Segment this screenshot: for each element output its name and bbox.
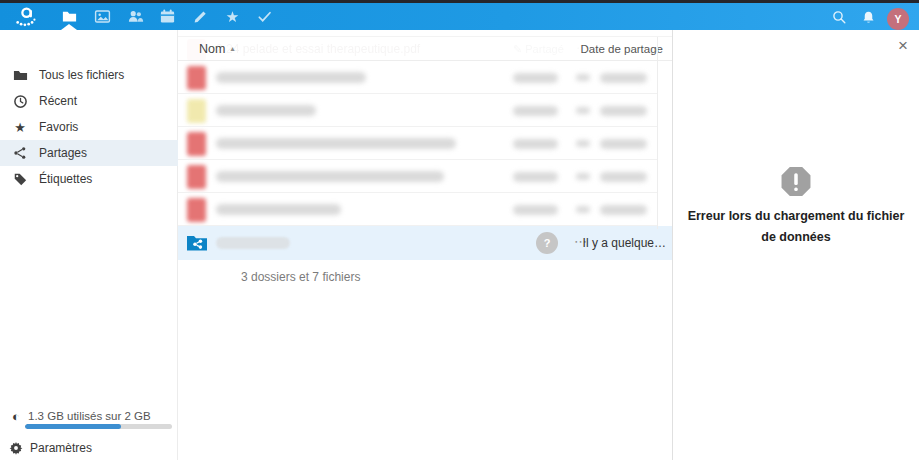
- user-avatar[interactable]: Y: [887, 8, 909, 30]
- unknown-sharee-avatar: ?: [536, 232, 558, 254]
- redacted-actions-menu-icon[interactable]: [576, 173, 590, 180]
- app-window: ★ Y Tous les fichiers: [0, 0, 919, 460]
- error-message: Erreur lors du chargement du fichier de …: [679, 206, 913, 248]
- redacted-file-name: [216, 138, 456, 149]
- redacted-file-name: [216, 237, 290, 249]
- redacted-shared-label: [513, 106, 558, 116]
- sidebar-item-all-files[interactable]: Tous les fichiers: [0, 62, 178, 88]
- sort-by-date-header[interactable]: Date de partage: [581, 43, 663, 55]
- redacted-shared-label: [513, 205, 558, 215]
- details-panel: × Erreur lors du chargement du fichier d…: [672, 30, 919, 460]
- pdf-file-icon: [187, 165, 206, 189]
- redacted-file-name: [216, 171, 444, 182]
- pdf-file-icon: [187, 66, 206, 90]
- pencil-app-icon[interactable]: [191, 7, 210, 26]
- clock-icon: [12, 93, 28, 109]
- folder-icon: [12, 67, 28, 83]
- pdf-file-icon: [187, 198, 206, 222]
- sidebar-item-shares[interactable]: Partages: [0, 140, 178, 166]
- file-list: 2 24 pelade et essai therapeutique.pdf ✎…: [178, 30, 672, 460]
- file-rows: ?⋯Il y a quelque…: [178, 61, 672, 260]
- redacted-file-name: [216, 105, 316, 116]
- redacted-shared-label: [513, 172, 558, 182]
- settings-label: Paramètres: [30, 441, 92, 455]
- sidebar-item-label: Tous les fichiers: [39, 68, 124, 82]
- sidebar: Tous les fichiers Récent ★ Favoris: [0, 30, 178, 460]
- selected-shared-folder-row[interactable]: ?⋯Il y a quelque…: [178, 226, 672, 260]
- star-icon: ★: [12, 119, 28, 135]
- quota-fill: [25, 424, 121, 429]
- share-date: Il y a quelque…: [583, 236, 666, 250]
- gear-icon: [8, 440, 24, 456]
- check-app-icon[interactable]: [255, 7, 274, 26]
- sidebar-item-label: Étiquettes: [39, 172, 92, 186]
- sidebar-item-tags[interactable]: Étiquettes: [0, 166, 178, 192]
- quota-label: 1.3 GB utilisés sur 2 GB: [28, 410, 151, 422]
- table-row[interactable]: [178, 61, 672, 94]
- app-logo-icon[interactable]: [13, 5, 40, 29]
- list-header: Nom ▴ Date de partage: [178, 36, 672, 61]
- table-row[interactable]: [178, 193, 672, 226]
- redacted-share-date: [600, 73, 647, 83]
- sidebar-item-recent[interactable]: Récent: [0, 88, 178, 114]
- photos-app-icon[interactable]: [93, 7, 112, 26]
- contacts-app-icon[interactable]: [126, 7, 145, 26]
- table-row[interactable]: [178, 160, 672, 193]
- redacted-share-date: [600, 205, 647, 215]
- redacted-actions-menu-icon[interactable]: [576, 140, 590, 147]
- redacted-share-date: [600, 172, 647, 182]
- sort-ascending-icon[interactable]: ▴: [230, 44, 234, 53]
- redacted-shared-label: [513, 139, 558, 149]
- redacted-file-name: [216, 204, 341, 215]
- pdf-file-icon: [187, 132, 206, 156]
- tag-icon: [12, 171, 28, 187]
- sort-by-name-header[interactable]: Nom: [199, 42, 225, 56]
- search-icon[interactable]: [829, 7, 849, 27]
- redacted-share-date: [600, 106, 647, 116]
- table-row[interactable]: [178, 127, 672, 160]
- list-summary: 3 dossiers et 7 fichiers: [241, 270, 360, 284]
- generic-file-icon: [187, 99, 206, 123]
- sidebar-item-favorites[interactable]: ★ Favoris: [0, 114, 178, 140]
- topbar: ★ Y: [0, 3, 919, 30]
- redacted-shared-label: [513, 73, 558, 83]
- redacted-share-date: [600, 139, 647, 149]
- shared-folder-icon: [187, 233, 207, 253]
- close-icon[interactable]: ×: [898, 37, 908, 54]
- table-row[interactable]: [178, 94, 672, 127]
- pie-chart-icon: ◐: [8, 409, 24, 424]
- error-octagon-icon: [781, 166, 812, 197]
- redacted-file-name: [216, 72, 366, 83]
- redacted-actions-menu-icon[interactable]: [576, 74, 590, 81]
- settings-button[interactable]: Paramètres: [0, 435, 178, 460]
- redacted-actions-menu-icon[interactable]: [576, 206, 590, 213]
- scrollbar-gutter: [657, 37, 658, 229]
- star-app-icon[interactable]: ★: [223, 7, 242, 26]
- quota-progress-bar: [25, 424, 172, 429]
- sidebar-item-label: Récent: [39, 94, 77, 108]
- calendar-app-icon[interactable]: [158, 7, 177, 26]
- sidebar-item-label: Favoris: [39, 120, 78, 134]
- sidebar-item-label: Partages: [39, 146, 87, 160]
- redacted-actions-menu-icon[interactable]: [576, 107, 590, 114]
- notifications-bell-icon[interactable]: [858, 7, 878, 27]
- share-icon: [12, 145, 28, 161]
